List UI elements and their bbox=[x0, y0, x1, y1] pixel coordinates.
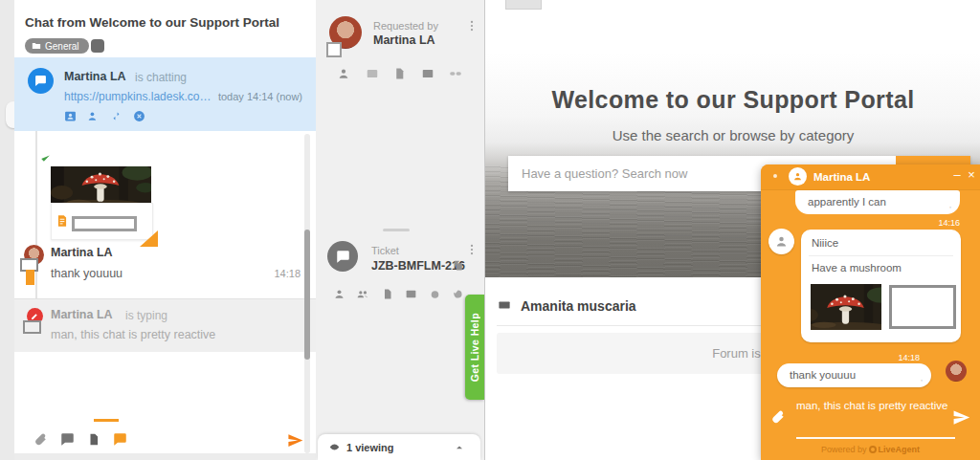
person-icon bbox=[792, 171, 803, 182]
ticket-menu-icon[interactable] bbox=[465, 243, 479, 256]
chat-scrollbar-thumb[interactable] bbox=[304, 230, 310, 360]
typing-name: Martina LA bbox=[51, 308, 113, 321]
contact-card-icon[interactable] bbox=[64, 110, 77, 122]
folder-icon bbox=[32, 41, 41, 51]
typing-status: is typing bbox=[125, 309, 167, 322]
left-rail bbox=[0, 0, 15, 460]
visitor-window-icon bbox=[326, 42, 342, 57]
chat-title: Chat from Welcome to our Support Portal bbox=[25, 15, 279, 30]
visitor-message-bubble: apparently I can ’ bbox=[795, 190, 960, 214]
delivered-check-icon bbox=[39, 152, 52, 164]
thread-timeline bbox=[35, 131, 37, 298]
input-underline bbox=[796, 437, 955, 439]
message-time: 14:18 bbox=[274, 268, 301, 279]
add-department-button[interactable] bbox=[91, 39, 104, 53]
visitor-message-text: thank youuuu bbox=[790, 369, 856, 381]
transfer-chat-icon[interactable] bbox=[110, 110, 122, 122]
history-icon[interactable] bbox=[452, 288, 464, 300]
end-chat-icon[interactable] bbox=[133, 110, 145, 122]
contact-icon[interactable] bbox=[333, 288, 345, 300]
reply-composer[interactable] bbox=[14, 352, 316, 453]
link-icon[interactable] bbox=[449, 67, 462, 80]
mushroom-image-thumbnail[interactable] bbox=[811, 284, 881, 330]
agent-avatar-placeholder bbox=[768, 229, 794, 254]
alarm-icon[interactable] bbox=[429, 288, 441, 300]
minimize-button[interactable]: – bbox=[950, 167, 964, 185]
chevron-up-icon[interactable] bbox=[454, 442, 465, 453]
get-live-help-button[interactable]: Get Live Help bbox=[465, 295, 484, 400]
send-icon[interactable] bbox=[287, 432, 303, 449]
ticket-action-row bbox=[316, 288, 484, 303]
message-sender: Martina LA bbox=[51, 246, 113, 259]
visitor-window-icon bbox=[23, 320, 41, 334]
agent-message-text: Have a mushroom bbox=[812, 262, 902, 274]
chat-panel: Chat from Welcome to our Support Portal … bbox=[14, 0, 317, 460]
forum-title: Amanita muscaria bbox=[521, 298, 636, 314]
requested-by-label: Requested by bbox=[373, 20, 438, 32]
contact-icon[interactable] bbox=[337, 67, 350, 80]
liveagent-logo-icon bbox=[869, 446, 877, 453]
portal-subheading: Use the search or browse by category bbox=[485, 127, 980, 143]
session-visitor-name: Martina LA bbox=[64, 70, 126, 83]
forum-section-header[interactable]: Amanita muscaria bbox=[497, 298, 636, 314]
composer-resize-grip[interactable] bbox=[94, 419, 119, 422]
typing-preview-text: man, this chat is pretty reactive bbox=[51, 328, 215, 341]
copy-icon[interactable] bbox=[452, 259, 464, 272]
file-icon[interactable] bbox=[382, 288, 393, 300]
attachment-fold-corner bbox=[140, 230, 158, 247]
card-icon[interactable] bbox=[366, 67, 379, 80]
message-time: 14:18 bbox=[866, 353, 920, 362]
file-icon[interactable] bbox=[393, 67, 406, 80]
portal-logo-fragment bbox=[505, 0, 542, 10]
widget-agent-name: Martina LA bbox=[813, 171, 870, 183]
chat-bubble-icon bbox=[28, 68, 54, 94]
file-attachment-card[interactable] bbox=[51, 203, 153, 240]
session-status: is chatting bbox=[135, 71, 187, 84]
gear-icon[interactable] bbox=[768, 169, 782, 183]
session-url-link[interactable]: https://pumpkins.ladesk.co… bbox=[64, 90, 211, 103]
chat-message-icon[interactable] bbox=[113, 432, 127, 447]
get-live-help-label: Get Live Help bbox=[469, 313, 480, 382]
portal-heading: Welcome to our Support Portal bbox=[485, 86, 980, 114]
blank-image-thumbnail[interactable] bbox=[889, 285, 956, 329]
mail-icon[interactable] bbox=[421, 67, 434, 80]
forum-icon bbox=[497, 299, 512, 314]
chat-thread: Martina LA thank youuuu 14:18 bbox=[14, 131, 316, 298]
message-type-icon[interactable] bbox=[60, 432, 75, 447]
message-time: 14:16 bbox=[906, 218, 960, 228]
ticket-details-panel: Requested by Martina LA Ticket JZB-BMFLM… bbox=[316, 0, 485, 460]
internal-note-icon[interactable] bbox=[87, 432, 100, 447]
message-text: thank youuuu bbox=[51, 267, 122, 280]
department-label: General bbox=[45, 41, 79, 52]
department-badge[interactable]: General bbox=[25, 38, 89, 54]
send-icon[interactable] bbox=[952, 408, 970, 427]
visitor-status-bar-icon bbox=[26, 270, 34, 285]
divider bbox=[809, 255, 953, 256]
widget-header[interactable]: Martina LA – × bbox=[761, 164, 980, 190]
close-button[interactable]: × bbox=[965, 167, 978, 185]
panel-divider-grip[interactable] bbox=[383, 229, 410, 231]
document-icon bbox=[56, 213, 69, 229]
attach-file-icon[interactable] bbox=[33, 432, 48, 447]
invite-agent-icon[interactable] bbox=[87, 110, 100, 122]
session-time: today 14:14 (now) bbox=[218, 91, 302, 102]
avatar bbox=[946, 361, 967, 382]
active-chat-session[interactable]: Martina LA is chatting https://pumpkins.… bbox=[14, 57, 316, 131]
attachment-filename-box bbox=[72, 216, 137, 231]
powered-by-footer[interactable]: Powered byLiveAgent bbox=[761, 445, 980, 454]
widget-typed-text[interactable]: man, this chat is pretty reactive bbox=[796, 400, 959, 411]
agent-message-text: Niiice bbox=[812, 237, 838, 249]
chat-widget: Martina LA – × apparently I can ’ 14:16 … bbox=[761, 164, 980, 460]
eye-icon bbox=[328, 442, 341, 452]
ticket-type-icon bbox=[327, 241, 358, 272]
mail-icon[interactable] bbox=[405, 288, 417, 300]
requester-action-row bbox=[316, 67, 484, 82]
group-icon[interactable] bbox=[356, 288, 369, 300]
visitor-message-bubble: thank youuuu ’ bbox=[777, 363, 931, 387]
brand-name: LiveAgent bbox=[879, 445, 921, 454]
viewing-bar[interactable]: 1 viewing bbox=[318, 434, 480, 460]
attach-file-icon[interactable] bbox=[770, 409, 786, 425]
requester-menu-icon[interactable] bbox=[465, 19, 479, 33]
powered-by-text: Powered by bbox=[821, 445, 867, 454]
mushroom-attachment-image[interactable] bbox=[51, 166, 151, 203]
